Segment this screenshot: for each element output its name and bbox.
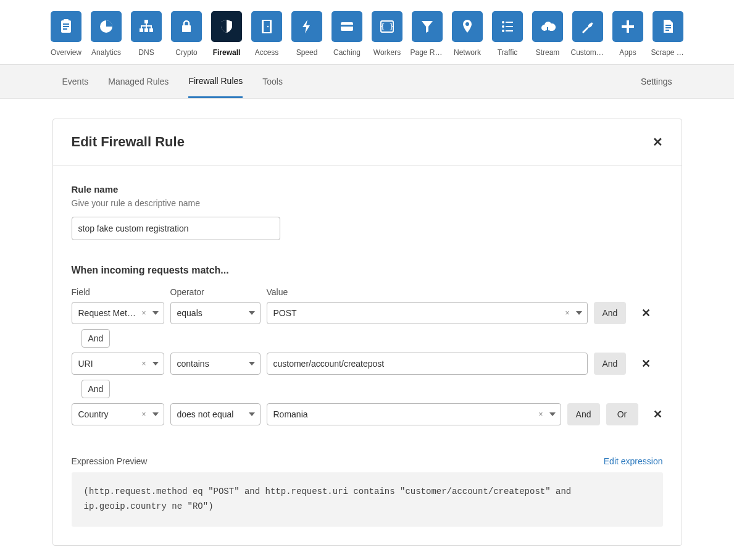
rule-row: URI×containscustomer/account/createpostA… xyxy=(72,353,663,375)
nav-label: Scrape Shi... xyxy=(651,48,685,57)
nav-firewall[interactable]: Firewall xyxy=(211,11,242,57)
and-button[interactable]: And xyxy=(594,302,627,324)
nav-label: Traffic xyxy=(498,48,518,57)
nav-label: Analytics xyxy=(91,48,121,57)
nav-label: Page Rules xyxy=(411,48,444,57)
and-button[interactable]: And xyxy=(594,353,627,375)
operator-select[interactable]: contains xyxy=(170,353,261,375)
nav-dns[interactable]: DNS xyxy=(131,11,162,57)
chevron-down-icon xyxy=(249,412,255,416)
operator-select[interactable]: does not equal xyxy=(170,403,261,425)
expression-preview: (http.request.method eq "POST" and http.… xyxy=(72,472,663,527)
field-select[interactable]: Country× xyxy=(72,403,164,425)
or-button[interactable]: Or xyxy=(606,403,638,425)
nav-crypto[interactable]: Crypto xyxy=(171,11,202,57)
nav-label: Network xyxy=(454,48,481,57)
rule-name-help: Give your rule a descriptive name xyxy=(72,198,663,208)
subnav: EventsManaged RulesFirewall RulesToolsSe… xyxy=(0,65,734,99)
chevron-down-icon xyxy=(152,412,159,416)
tab-tools[interactable]: Tools xyxy=(262,66,283,97)
settings-link[interactable]: Settings xyxy=(641,77,672,86)
nav-label: Access xyxy=(255,48,279,57)
nav-overview[interactable]: Overview xyxy=(51,11,81,57)
nav-analytics[interactable]: Analytics xyxy=(91,11,122,57)
value-select[interactable]: Romania× xyxy=(267,403,561,425)
remove-row-icon[interactable]: ✕ xyxy=(653,407,663,421)
nav-label: Firewall xyxy=(213,48,241,57)
remove-row-icon[interactable]: ✕ xyxy=(641,306,651,320)
nav-label: DNS xyxy=(138,48,154,57)
nav-caching[interactable]: Caching xyxy=(332,11,362,57)
nav-scrape[interactable]: Scrape Shi... xyxy=(653,11,683,57)
rule-row: Request Meth...×equalsPOST×And✕ xyxy=(72,302,663,324)
col-operator: Operator xyxy=(170,287,261,297)
remove-row-icon[interactable]: ✕ xyxy=(641,357,651,370)
nav-label: Crypto xyxy=(175,48,197,57)
col-value: Value xyxy=(267,287,663,297)
edit-expression-link[interactable]: Edit expression xyxy=(604,456,663,466)
match-heading: When incoming requests match... xyxy=(72,265,663,276)
field-select[interactable]: Request Meth...× xyxy=(72,302,164,324)
field-select[interactable]: URI× xyxy=(72,353,164,375)
nav-traffic[interactable]: Traffic xyxy=(492,11,523,57)
nav-label: Overview xyxy=(51,48,81,57)
nav-label: Workers xyxy=(373,48,401,57)
rule-name-label: Rule name xyxy=(72,184,663,194)
nav-label: Custom P... xyxy=(571,48,605,57)
operator-select[interactable]: equals xyxy=(170,302,261,324)
tab-managed[interactable]: Managed Rules xyxy=(108,66,169,97)
nav-apps[interactable]: Apps xyxy=(612,11,643,57)
nav-label: Stream xyxy=(536,48,560,57)
expression-preview-label: Expression Preview xyxy=(72,456,148,466)
chevron-down-icon xyxy=(549,412,556,416)
tab-firewall[interactable]: Firewall Rules xyxy=(188,65,243,98)
clear-icon[interactable]: × xyxy=(141,410,146,419)
nav-access[interactable]: Access xyxy=(251,11,282,57)
clear-icon[interactable]: × xyxy=(539,410,543,419)
nav-label: Apps xyxy=(619,48,636,57)
rule-row: Country×does not equalRomania×AndOr✕ xyxy=(72,403,663,425)
tab-events[interactable]: Events xyxy=(62,66,89,97)
clear-icon[interactable]: × xyxy=(141,359,146,368)
nav-pagerules[interactable]: Page Rules xyxy=(412,11,443,57)
and-button[interactable]: And xyxy=(567,403,600,425)
clear-icon[interactable]: × xyxy=(141,309,146,317)
nav-speed[interactable]: Speed xyxy=(291,11,322,57)
chevron-down-icon xyxy=(576,311,582,315)
join-and-pill[interactable]: And xyxy=(81,329,111,348)
rule-name-input[interactable] xyxy=(72,217,280,240)
value-select[interactable]: customer/account/createpost xyxy=(267,353,588,375)
nav-workers[interactable]: Workers xyxy=(372,11,402,57)
chevron-down-icon xyxy=(152,311,159,315)
col-field: Field xyxy=(72,287,164,297)
close-icon[interactable]: ✕ xyxy=(653,135,663,149)
nav-label: Speed xyxy=(296,48,318,57)
nav-customp[interactable]: Custom P... xyxy=(572,11,603,57)
nav-network[interactable]: Network xyxy=(452,11,483,57)
nav-stream[interactable]: Stream xyxy=(532,11,563,57)
join-and-pill[interactable]: And xyxy=(81,380,111,398)
chevron-down-icon xyxy=(152,362,159,366)
page-title: Edit Firewall Rule xyxy=(72,134,185,150)
chevron-down-icon xyxy=(249,362,255,366)
nav-label: Caching xyxy=(333,48,361,57)
clear-icon[interactable]: × xyxy=(565,309,569,317)
chevron-down-icon xyxy=(249,311,255,315)
topnav: OverviewAnalyticsDNSCryptoFirewallAccess… xyxy=(0,0,734,65)
value-select[interactable]: POST× xyxy=(267,302,588,324)
firewall-rule-panel: Edit Firewall Rule ✕ Rule name Give your… xyxy=(52,119,682,546)
